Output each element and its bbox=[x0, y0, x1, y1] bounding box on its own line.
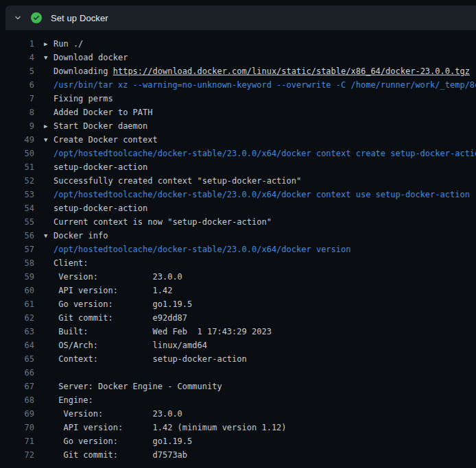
log-text: OS/Arch: linux/amd64 bbox=[44, 338, 207, 352]
log-line-number[interactable]: 58 bbox=[0, 256, 34, 270]
log-group-header[interactable]: ▶Run ./ bbox=[44, 37, 83, 51]
log-text: Downloading https://download.docker.com/… bbox=[44, 64, 470, 78]
log-group-title: Docker info bbox=[53, 231, 108, 241]
log-line-number[interactable]: 62 bbox=[0, 311, 34, 325]
log-url-link[interactable]: https://download.docker.com/linux/static… bbox=[113, 66, 470, 76]
log-line: 9▶Start Docker daemon bbox=[0, 119, 476, 133]
log-line: 70 API version: 1.42 (minimum version 1.… bbox=[0, 421, 476, 434]
log-text: Built: Wed Feb 1 17:43:29 2023 bbox=[44, 325, 272, 338]
triangle-right-icon[interactable]: ▶ bbox=[44, 119, 53, 133]
log-line-number[interactable]: 53 bbox=[0, 188, 34, 201]
log-group-title: Start Docker daemon bbox=[53, 121, 147, 131]
log-line-number[interactable]: 64 bbox=[0, 338, 34, 352]
log-line: 61 Go version: go1.19.5 bbox=[0, 297, 476, 311]
log-text: Server: Docker Engine - Community bbox=[44, 380, 222, 393]
log-line-number[interactable]: 6 bbox=[0, 78, 34, 92]
log-line-number[interactable]: 66 bbox=[0, 366, 34, 380]
triangle-down-icon[interactable]: ▼ bbox=[44, 229, 53, 243]
log-line-number[interactable]: 51 bbox=[0, 160, 34, 174]
log-line: 54setup-docker-action bbox=[0, 201, 476, 215]
log-text: Go version: go1.19.5 bbox=[44, 434, 192, 448]
log-line-number[interactable]: 68 bbox=[0, 393, 34, 407]
log-group-header[interactable]: ▼Docker info bbox=[44, 229, 108, 243]
log-text: Client: bbox=[44, 256, 88, 270]
step-title: Set up Docker bbox=[51, 13, 108, 23]
log-line-number[interactable]: 72 bbox=[0, 448, 34, 462]
log-line-number[interactable]: 65 bbox=[0, 352, 34, 366]
log-line: 56▼Docker info bbox=[0, 229, 476, 243]
log-group-title: Run ./ bbox=[53, 39, 83, 49]
log-command-text: /opt/hostedtoolcache/docker-stable/23.0.… bbox=[44, 188, 470, 201]
log-line: 53/opt/hostedtoolcache/docker-stable/23.… bbox=[0, 188, 476, 201]
log-command-text: /opt/hostedtoolcache/docker-stable/23.0.… bbox=[44, 243, 350, 256]
log-line-number[interactable]: 5 bbox=[0, 64, 34, 78]
log-line-number[interactable]: 49 bbox=[0, 133, 34, 147]
log-line: 49▼Create Docker context bbox=[0, 133, 476, 147]
log-line-number[interactable]: 8 bbox=[0, 106, 34, 119]
log-line: 52Successfully created context "setup-do… bbox=[0, 174, 476, 188]
log-line-number[interactable]: 60 bbox=[0, 284, 34, 297]
log-line: 60 API version: 1.42 bbox=[0, 284, 476, 297]
log-line-number[interactable]: 57 bbox=[0, 243, 34, 256]
log-line-number[interactable]: 71 bbox=[0, 434, 34, 448]
log-text: Engine: bbox=[44, 393, 93, 407]
log-line-number[interactable]: 61 bbox=[0, 297, 34, 311]
log-line-number[interactable]: 59 bbox=[0, 270, 34, 284]
log-line-number[interactable]: 67 bbox=[0, 380, 34, 393]
log-line: 69 Version: 23.0.0 bbox=[0, 407, 476, 421]
log-text: setup-docker-action bbox=[44, 201, 147, 215]
log-line: 5Downloading https://download.docker.com… bbox=[0, 64, 476, 78]
log-line-number[interactable]: 55 bbox=[0, 215, 34, 229]
log-group-title: Create Docker context bbox=[53, 135, 158, 145]
log-line: 55Current context is now "setup-docker-a… bbox=[0, 215, 476, 229]
log-line-number[interactable]: 7 bbox=[0, 92, 34, 106]
log-text: Fixing perms bbox=[44, 92, 113, 106]
log-line: 8Added Docker to PATH bbox=[0, 106, 476, 119]
chevron-down-icon[interactable] bbox=[14, 14, 22, 22]
check-circle-icon bbox=[31, 12, 42, 23]
log-line: 51setup-docker-action bbox=[0, 160, 476, 174]
log-line: 68 Engine: bbox=[0, 393, 476, 407]
log-text: Git commit: d7573ab bbox=[44, 448, 187, 462]
log-line-number[interactable]: 52 bbox=[0, 174, 34, 188]
log-line: 65 Context: setup-docker-action bbox=[0, 352, 476, 366]
log-group-header[interactable]: ▶Start Docker daemon bbox=[44, 119, 147, 133]
log-console[interactable]: 1▶Run ./4▼Download docker5Downloading ht… bbox=[0, 30, 476, 468]
log-line: 6/usr/bin/tar xz --warning=no-unknown-ke… bbox=[0, 78, 476, 92]
log-line-number[interactable]: 63 bbox=[0, 325, 34, 338]
log-line-number[interactable]: 1 bbox=[0, 37, 34, 51]
triangle-down-icon[interactable]: ▼ bbox=[44, 133, 53, 147]
log-command-text: /opt/hostedtoolcache/docker-stable/23.0.… bbox=[44, 147, 476, 160]
log-line: 67 Server: Docker Engine - Community bbox=[0, 380, 476, 393]
log-text: Version: 23.0.0 bbox=[44, 407, 182, 421]
log-line: 63 Built: Wed Feb 1 17:43:29 2023 bbox=[0, 325, 476, 338]
log-line: 59 Version: 23.0.0 bbox=[0, 270, 476, 284]
log-line: 71 Go version: go1.19.5 bbox=[0, 434, 476, 448]
log-line: 64 OS/Arch: linux/amd64 bbox=[0, 338, 476, 352]
log-text: API version: 1.42 (minimum version 1.12) bbox=[44, 421, 287, 434]
log-command-text: /usr/bin/tar xz --warning=no-unknown-key… bbox=[44, 78, 476, 92]
log-text: Version: 23.0.0 bbox=[44, 270, 182, 284]
log-line-number[interactable]: 50 bbox=[0, 147, 34, 160]
triangle-down-icon[interactable]: ▼ bbox=[44, 51, 53, 64]
step-header[interactable]: Set up Docker bbox=[5, 5, 476, 30]
log-text: Context: setup-docker-action bbox=[44, 352, 247, 366]
log-line-number[interactable]: 9 bbox=[0, 119, 34, 133]
log-group-header[interactable]: ▼Create Docker context bbox=[44, 133, 158, 147]
log-line-number[interactable]: 56 bbox=[0, 229, 34, 243]
log-line-number[interactable]: 69 bbox=[0, 407, 34, 421]
log-text: Go version: go1.19.5 bbox=[44, 297, 192, 311]
log-line-number[interactable]: 54 bbox=[0, 201, 34, 215]
log-text: Git commit: e92dd87 bbox=[44, 311, 187, 325]
log-line: 4▼Download docker bbox=[0, 51, 476, 64]
triangle-right-icon[interactable]: ▶ bbox=[44, 37, 53, 51]
log-text: Added Docker to PATH bbox=[44, 106, 153, 119]
log-text: Successfully created context "setup-dock… bbox=[44, 174, 301, 188]
log-line: 50/opt/hostedtoolcache/docker-stable/23.… bbox=[0, 147, 476, 160]
log-group-header[interactable]: ▼Download docker bbox=[44, 51, 128, 64]
log-text: Current context is now "setup-docker-act… bbox=[44, 215, 272, 229]
log-text: setup-docker-action bbox=[44, 160, 147, 174]
log-line: 66 bbox=[0, 366, 476, 380]
log-line-number[interactable]: 4 bbox=[0, 51, 34, 64]
log-line-number[interactable]: 70 bbox=[0, 421, 34, 434]
